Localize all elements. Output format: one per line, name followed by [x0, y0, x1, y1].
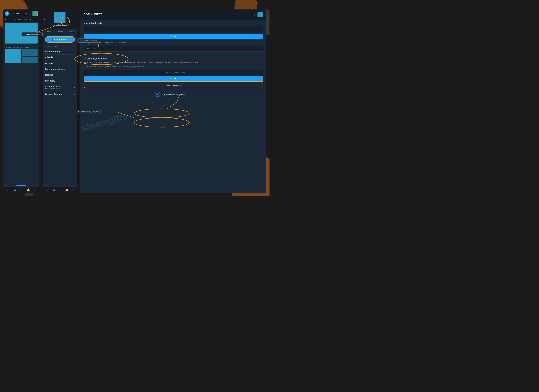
divider [84, 56, 263, 56]
add-friends-label: Add friends [56, 38, 69, 41]
friend-code-helper-text: Enter your friend's Friend Code to invit… [84, 41, 263, 44]
steam-bottom-nav: 🏷 ☰ 🛡 🔔 ≡ [3, 187, 39, 193]
copy-friend-code-button[interactable]: COPY [84, 34, 263, 39]
bell-nav-icon[interactable]: 🔔 [27, 188, 30, 191]
profile-avatar [54, 12, 66, 23]
change-account-arrow: › [74, 93, 75, 95]
friend-code-title: Your Friend Code [84, 22, 263, 25]
community-header: COMMUNITY ⋮ [81, 9, 266, 19]
add-friends-icon: 👤+ [51, 38, 55, 41]
friend-code-display [84, 26, 263, 33]
profile-bell-icon[interactable]: 🔔 [65, 188, 68, 191]
badges-item[interactable]: Badges [45, 72, 75, 78]
quick-invite-note: ✔ NOTE: Each link can only be used once … [84, 65, 263, 69]
change-account-item[interactable]: Change Account › [45, 91, 75, 97]
profile-header: ‹ View Profile [43, 9, 77, 29]
header-icons: ⌕ ⋮ [25, 11, 38, 16]
list-nav-icon[interactable]: ☰ [14, 188, 16, 191]
steam-app-panel: STEAM ⌕ ⋮ MENU ▾ WISHLIST WALLET FEATURE… [3, 9, 39, 193]
friend-code-input[interactable] [84, 46, 263, 52]
profile-tag-icon[interactable]: 🏷 [46, 188, 48, 191]
tag-nav-icon[interactable]: 🏷 [7, 188, 9, 191]
profile-bottom-nav: 🏷 ☰ 🛡 🔔 ≡ [43, 187, 77, 193]
screenshots-item[interactable]: Screenshots/Videos [45, 66, 75, 72]
profile-menu-items: Friend Activity Friends Groups Screensho… [43, 48, 77, 98]
account-details-arrow: › [74, 86, 75, 89]
shield-nav-icon[interactable]: 🛡 [20, 188, 23, 191]
profile-tabs: Games Friends Wallet [43, 29, 77, 34]
back-arrow-icon[interactable]: ‹ [44, 18, 45, 21]
community-header-right: ⋮ [253, 12, 263, 17]
menu-nav-icon[interactable]: ≡ [34, 188, 36, 191]
main-container: STEAM ⌕ ⋮ MENU ▾ WISHLIST WALLET FEATURE… [0, 0, 270, 196]
tooltip-1: 1) Жмем на аватарку [21, 32, 43, 36]
steam-icon [6, 12, 9, 15]
user-avatar[interactable] [33, 11, 38, 16]
tooltip-3: 3) Создаем новую ссылку [76, 110, 101, 114]
steam-nav: MENU ▾ WISHLIST WALLET [3, 18, 39, 22]
my-content-label: MY CONTENT [43, 44, 77, 48]
check-icon: ✔ [84, 66, 86, 69]
profile-list-icon[interactable]: ☰ [53, 188, 55, 191]
featured-images [5, 49, 38, 63]
profile-panel: ‹ View Profile Games Friends Wallet 👤+ A… [43, 9, 77, 193]
copy-invite-link-button[interactable]: COPY [84, 76, 263, 82]
account-details-subtitle: Store, Security, Family [45, 88, 62, 90]
wishlist-nav-item[interactable]: WISHLIST [14, 19, 22, 21]
quick-invite-description: Generate a link to share via email or SM… [84, 61, 263, 64]
community-panel: COMMUNITY ⋮ Your Friend Code COPY Enter … [81, 9, 266, 193]
friend-activity-item[interactable]: Friend Activity [45, 49, 75, 55]
account-details-item[interactable]: Account Details Store, Security, Family … [45, 84, 75, 91]
community-more-icon[interactable]: ⋮ [253, 13, 256, 16]
view-profile-button[interactable]: View Profile [54, 24, 66, 27]
steam-header: STEAM ⌕ ⋮ [3, 9, 39, 18]
community-content: Your Friend Code COPY Enter your friend'… [81, 19, 266, 193]
more-icon[interactable]: ⋮ [29, 12, 31, 15]
profile-menu-icon[interactable]: ≡ [72, 188, 74, 191]
community-user-avatar [258, 12, 263, 17]
featured-section: FEATURED & RECOMMENDED [3, 45, 39, 64]
tooltip-4: 4) Копируем новую ссылку [162, 92, 187, 96]
invite-link-display: https://s.team/p/ваша/ссылка [84, 70, 263, 75]
tooltip-2: 2) «Добавить друзей» [77, 38, 99, 43]
friends-tab[interactable]: Friends [54, 29, 66, 34]
profile-shield-icon[interactable]: 🛡 [59, 188, 61, 191]
featured-image-3 [22, 57, 38, 63]
steam-logo: STEAM [5, 11, 19, 16]
featured-image-2 [22, 49, 38, 56]
featured-image-grid [22, 49, 38, 63]
friends-item[interactable]: Friends [45, 55, 75, 60]
quick-invite-title: Or send a Quick Invite [84, 57, 263, 60]
add-friends-button[interactable]: 👤+ Add friends [45, 36, 75, 43]
groups-item[interactable]: Groups [45, 60, 75, 66]
generate-new-link-button[interactable]: Generate new link [84, 83, 263, 88]
steam-logo-text: STEAM [10, 12, 19, 15]
steam-logo-icon [5, 11, 10, 16]
search-icon[interactable]: ⌕ [25, 12, 27, 15]
featured-label: FEATURED & RECOMMENDED [5, 46, 38, 48]
community-title: COMMUNITY [84, 13, 102, 16]
wallet-tab[interactable]: Wallet [66, 29, 77, 34]
inventory-item[interactable]: Inventory [45, 78, 75, 84]
games-tab[interactable]: Games [43, 29, 54, 34]
menu-nav-item[interactable]: MENU ▾ [5, 19, 11, 21]
featured-image-1 [5, 49, 21, 63]
wallet-nav-item[interactable]: WALLET [24, 19, 31, 21]
